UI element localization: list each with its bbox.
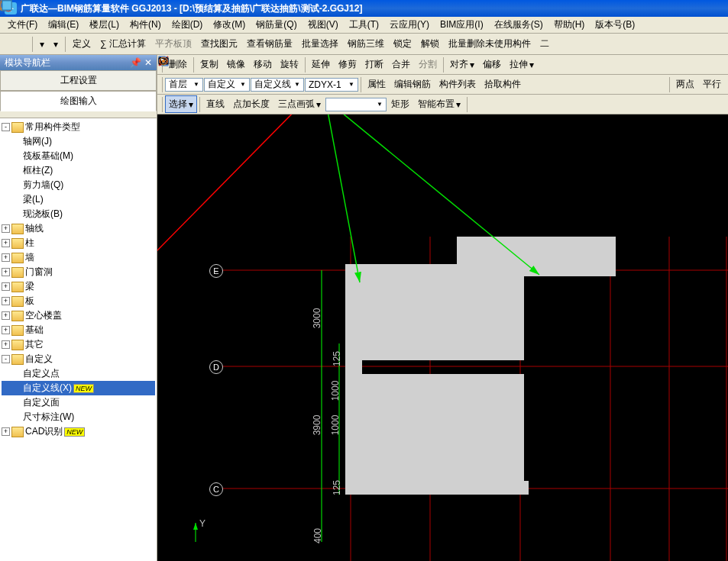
tree-beam[interactable]: 梁(L) [2, 192, 155, 207]
offset-button[interactable]: 偏移 [479, 56, 505, 73]
tree-raft[interactable]: 筏板基础(M) [2, 149, 155, 163]
tree-custom[interactable]: -自定义 [2, 352, 155, 366]
tree-slab[interactable]: 现浇板(B) [2, 207, 155, 221]
tree-shearwall[interactable]: 剪力墙(Q) [2, 178, 155, 192]
rebar-qty-button[interactable]: 查看钢筋量 [243, 35, 296, 53]
menu-draw[interactable]: 绘图(D) [167, 17, 208, 33]
merge-button[interactable]: 合并 [388, 56, 414, 73]
line-button[interactable]: 直线 [202, 95, 228, 113]
mirror-button[interactable]: 镜像 [223, 56, 249, 73]
menu-file[interactable]: 文件(F) [3, 17, 42, 33]
select-button[interactable]: 选择 ▾ [165, 95, 197, 113]
menu-bim[interactable]: BIM应用(I) [435, 17, 488, 33]
menu-view[interactable]: 视图(V) [303, 17, 343, 33]
sum-button[interactable]: ∑ 汇总计算 [96, 35, 150, 53]
separator [32, 37, 33, 52]
tree-common[interactable]: -常用构件类型 [2, 120, 155, 134]
new-icon[interactable] [3, 42, 11, 47]
menu-edit[interactable]: 编辑(E) [44, 17, 83, 33]
redo-icon[interactable]: ▾ [50, 37, 62, 52]
dim-3900: 3900 [312, 415, 322, 436]
two-point-button[interactable]: 两点 [672, 76, 698, 93]
parallel-button[interactable]: 平行 [699, 76, 725, 93]
menu-bar: 文件(F) 编辑(E) 楼层(L) 构件(N) 绘图(D) 修改(M) 钢筋量(… [0, 17, 728, 34]
batch-delete-button[interactable]: 批量删除未使用构件 [445, 35, 535, 53]
tree-column[interactable]: 框柱(Z) [2, 163, 155, 178]
find-button[interactable]: 查找图元 [197, 35, 241, 53]
edit-rebar-button[interactable]: 编辑钢筋 [390, 76, 435, 93]
pin-icon[interactable]: 📌 [130, 57, 141, 68]
sidebar: 模块导航栏 📌 ✕ 工程设置 绘图输入 -常用构件类型 轴网(J) 筏板基础(M… [0, 55, 157, 561]
tree-other[interactable]: +其它 [2, 337, 155, 352]
floor-dropdown[interactable]: 首层▼ [165, 78, 203, 92]
extend-button[interactable]: 延伸 [308, 56, 334, 73]
tab-project-settings[interactable]: 工程设置 [0, 70, 157, 90]
tree-cad[interactable]: +CAD识别NEW [2, 424, 155, 439]
tab-draw-input[interactable]: 绘图输入 [0, 91, 157, 111]
pickup-button[interactable]: 拾取构件 [480, 76, 525, 93]
copy-button[interactable]: 复制 [196, 56, 222, 73]
svg-rect-91 [345, 360, 362, 372]
undo-icon[interactable]: ▾ [36, 37, 48, 52]
property-button[interactable]: 属性 [364, 76, 390, 93]
menu-tool[interactable]: 工具(T) [345, 17, 383, 33]
component-list-button[interactable]: 构件列表 [435, 76, 480, 93]
tree-custom-point[interactable]: 自定义点 [2, 366, 155, 381]
close-icon[interactable]: ✕ [144, 57, 152, 68]
tree-view[interactable]: -常用构件类型 轴网(J) 筏板基础(M) 框柱(Z) 剪力墙(Q) 梁(L) … [0, 118, 157, 561]
break-button[interactable]: 打断 [361, 56, 387, 73]
sidebar-tabs: 工程设置 [0, 70, 157, 91]
stretch-button[interactable]: 拉伸 ▾ [506, 56, 538, 73]
rebar-3d-button[interactable]: 钢筋三维 [344, 35, 388, 53]
tree-beam2[interactable]: +梁 [2, 279, 155, 294]
tree-custom-area[interactable]: 自定义面 [2, 395, 155, 410]
trim-button[interactable]: 修剪 [335, 56, 361, 73]
category-dropdown[interactable]: 自定义▼ [204, 78, 250, 92]
tree-col[interactable]: +柱 [2, 236, 155, 250]
rotate-button[interactable]: 旋转 [277, 56, 303, 73]
draw-toolbar: 选择 ▾ 直线 点加长度 三点画弧 ▾ ▼ 矩形 智能布置 ▾ [157, 95, 728, 114]
drawing-canvas[interactable]: Y E D C 3000 3900 400 125 1000 1000 125 [157, 114, 728, 561]
menu-floor[interactable]: 楼层(L) [85, 17, 124, 33]
smart-layout-button[interactable]: 智能布置 ▾ [414, 95, 464, 113]
arc3-button[interactable]: 三点画弧 ▾ [274, 95, 325, 113]
main-layout: 模块导航栏 📌 ✕ 工程设置 绘图输入 -常用构件类型 轴网(J) 筏板基础(M… [0, 55, 728, 561]
tree-wall[interactable]: +墙 [2, 250, 155, 265]
define-button[interactable]: 定义 [69, 35, 95, 53]
align-button[interactable]: 对齐 ▾ [446, 56, 478, 73]
open-icon[interactable] [12, 42, 20, 47]
dim-125a: 125 [332, 351, 342, 366]
svg-text:Y: Y [199, 518, 205, 529]
tree-custom-line[interactable]: 自定义线(X)NEW [2, 381, 155, 395]
menu-rebar[interactable]: 钢筋量(Q) [251, 17, 301, 33]
helmet-icon[interactable] [641, 19, 653, 31]
lock-button[interactable]: 锁定 [390, 35, 416, 53]
tree-grid[interactable]: 轴网(J) [2, 134, 155, 149]
menu-online[interactable]: 在线服务(S) [490, 17, 548, 33]
menu-component[interactable]: 构件(N) [125, 17, 166, 33]
unlock-button[interactable]: 解锁 [417, 35, 443, 53]
type-dropdown[interactable]: 自定义线▼ [251, 78, 304, 92]
menu-modify[interactable]: 修改(M) [209, 17, 250, 33]
flat-button[interactable]: 平齐板顶 [151, 35, 196, 53]
save-icon[interactable] [21, 42, 29, 47]
instance-dropdown[interactable]: ZDYX-1▼ [305, 78, 358, 92]
tree-void[interactable]: +空心楼盖 [2, 308, 155, 323]
split-button[interactable]: 分割 [415, 56, 441, 73]
tree-axis[interactable]: +轴线 [2, 221, 155, 236]
svg-line-99 [325, 114, 360, 282]
menu-cloud[interactable]: 云应用(Y) [385, 17, 434, 33]
draw-option-dropdown[interactable]: ▼ [325, 98, 387, 111]
dim-1000b: 1000 [330, 415, 341, 436]
menu-version[interactable]: 版本号(B) [590, 17, 639, 33]
two-button[interactable]: 二 [536, 35, 553, 53]
batch-select-button[interactable]: 批量选择 [298, 35, 342, 53]
tree-foundation[interactable]: +基础 [2, 323, 155, 337]
tree-door[interactable]: +门窗洞 [2, 265, 155, 279]
point-length-button[interactable]: 点加长度 [229, 95, 273, 113]
menu-help[interactable]: 帮助(H) [549, 17, 590, 33]
rect-button[interactable]: 矩形 [387, 95, 413, 113]
tree-dimension[interactable]: 尺寸标注(W) [2, 410, 155, 424]
move-button[interactable]: 移动 [250, 56, 276, 73]
tree-slab2[interactable]: +板 [2, 294, 155, 308]
